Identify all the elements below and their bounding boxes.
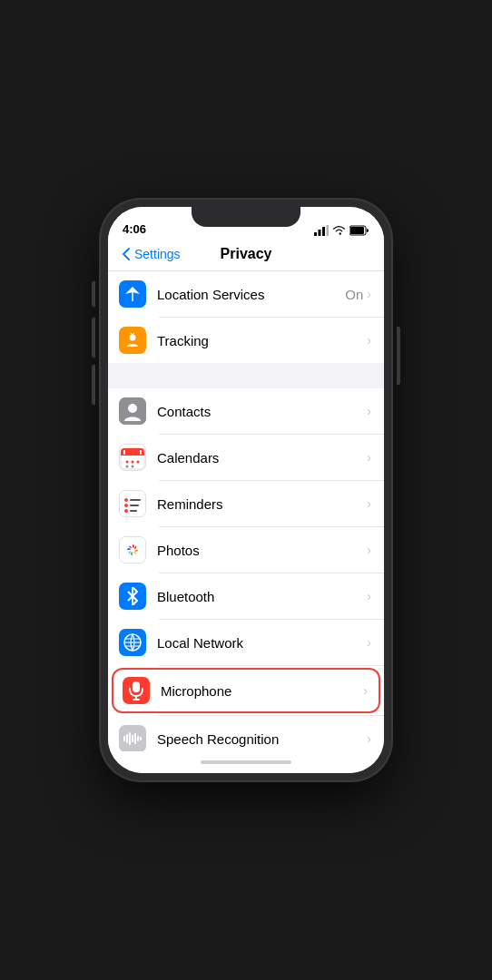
svg-rect-3 [327, 225, 330, 236]
section-gap-1 [108, 363, 384, 388]
tracking-chevron-icon: › [367, 333, 371, 348]
reminders-row[interactable]: Reminders › [108, 481, 384, 526]
power-button [397, 327, 400, 385]
svg-rect-41 [140, 737, 142, 740]
local-network-chevron-icon: › [367, 635, 371, 650]
photos-row[interactable]: Photos › [108, 527, 384, 573]
main-section: Contacts › [108, 388, 384, 751]
svg-rect-35 [123, 736, 125, 741]
divider [159, 665, 384, 666]
svg-rect-23 [130, 505, 139, 506]
home-bar [108, 751, 384, 773]
svg-rect-19 [120, 491, 145, 516]
svg-rect-5 [350, 227, 364, 234]
svg-rect-0 [314, 232, 317, 236]
wifi-icon [332, 225, 346, 236]
svg-point-18 [132, 466, 134, 468]
volume-down-button [92, 365, 95, 405]
back-button[interactable]: Settings [123, 247, 181, 261]
svg-point-27 [131, 548, 135, 553]
location-icon [119, 280, 146, 308]
svg-rect-36 [126, 734, 128, 743]
volume-up-button [92, 318, 95, 358]
svg-point-6 [130, 335, 136, 341]
mute-switch [92, 281, 95, 307]
microphone-chevron-icon: › [363, 683, 368, 698]
photos-chevron-icon: › [367, 543, 371, 557]
top-section: Location Services On › Tracking [108, 271, 384, 363]
signal-icon [314, 225, 329, 236]
svg-rect-2 [322, 227, 325, 236]
notch [192, 207, 300, 227]
local-network-icon [119, 629, 146, 656]
svg-rect-32 [133, 681, 140, 692]
bluetooth-row[interactable]: Bluetooth › [108, 573, 384, 619]
microphone-row[interactable]: Microphone › [112, 668, 380, 713]
svg-rect-21 [130, 499, 141, 501]
status-icons [314, 225, 369, 236]
bluetooth-icon [119, 583, 146, 610]
calendars-chevron-icon: › [367, 450, 371, 465]
photos-label: Photos [157, 543, 367, 558]
speech-recognition-row[interactable]: Speech Recognition › [108, 716, 384, 751]
svg-point-22 [124, 504, 128, 507]
reminders-chevron-icon: › [367, 496, 371, 511]
svg-point-20 [124, 498, 128, 502]
svg-point-8 [128, 404, 137, 413]
bluetooth-chevron-icon: › [367, 589, 371, 603]
reminders-label: Reminders [157, 496, 367, 512]
speech-recognition-label: Speech Recognition [157, 731, 367, 747]
status-time: 4:06 [123, 222, 146, 236]
svg-point-14 [126, 461, 129, 464]
location-services-row[interactable]: Location Services On › [108, 271, 384, 317]
location-services-label: Location Services [157, 287, 345, 302]
battery-icon [349, 225, 369, 236]
phone-screen: 4:06 [108, 207, 384, 773]
svg-rect-1 [319, 230, 321, 236]
svg-rect-40 [137, 736, 139, 741]
location-chevron-icon: › [367, 287, 371, 301]
speech-chevron-icon: › [367, 731, 371, 746]
svg-rect-38 [132, 735, 133, 742]
svg-point-15 [132, 461, 134, 464]
page-title: Privacy [221, 246, 272, 262]
reminders-icon [119, 490, 146, 517]
local-network-label: Local Network [157, 635, 367, 651]
contacts-row[interactable]: Contacts › [108, 388, 384, 434]
tracking-row[interactable]: Tracking › [108, 318, 384, 363]
local-network-row[interactable]: Local Network › [108, 620, 384, 665]
tracking-label: Tracking [157, 333, 367, 348]
microphone-icon [123, 677, 150, 704]
svg-point-17 [126, 466, 129, 468]
bluetooth-label: Bluetooth [157, 589, 367, 604]
calendars-icon [119, 444, 146, 471]
microphone-label: Microphone [161, 683, 363, 699]
svg-rect-39 [134, 733, 136, 744]
svg-rect-13 [140, 450, 142, 455]
svg-rect-37 [129, 732, 131, 745]
contacts-chevron-icon: › [367, 404, 371, 418]
phone-frame: 4:06 [101, 200, 391, 780]
contacts-label: Contacts [157, 404, 367, 419]
calendars-row[interactable]: Calendars › [108, 435, 384, 480]
svg-point-16 [137, 461, 140, 464]
svg-rect-25 [130, 510, 137, 512]
home-indicator [201, 760, 291, 764]
nav-bar: Settings Privacy [108, 240, 384, 271]
svg-rect-12 [123, 450, 125, 455]
settings-list: Location Services On › Tracking [108, 271, 384, 751]
tracking-icon [119, 327, 146, 354]
calendars-label: Calendars [157, 450, 367, 466]
photos-icon [119, 536, 146, 564]
svg-point-24 [124, 509, 128, 513]
location-services-value: On [345, 287, 363, 302]
speech-recognition-icon [119, 725, 146, 751]
back-label: Settings [134, 247, 181, 261]
contacts-icon [119, 397, 146, 425]
